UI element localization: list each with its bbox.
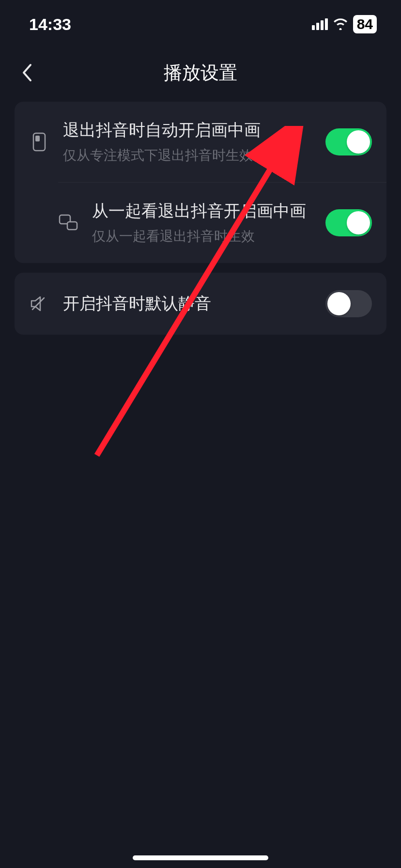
toggle-knob	[327, 292, 351, 315]
settings-group-mute: 开启抖音时默认静音	[15, 273, 386, 335]
setting-text: 开启抖音时默认静音	[63, 293, 312, 315]
back-button[interactable]	[15, 61, 39, 85]
home-indicator[interactable]	[133, 855, 268, 860]
page-title: 播放设置	[164, 61, 237, 85]
battery-indicator: 84	[353, 15, 377, 33]
wifi-icon	[333, 18, 348, 30]
setting-subtitle: 仅从专注模式下退出抖音时生效	[63, 146, 312, 165]
chevron-left-icon	[21, 63, 32, 82]
setting-title: 开启抖音时默认静音	[63, 293, 312, 315]
svg-rect-3	[67, 222, 77, 230]
multi-window-icon	[58, 214, 78, 232]
toggle-knob	[347, 130, 370, 154]
svg-rect-1	[35, 136, 40, 141]
settings-group-pip: 退出抖音时自动开启画中画 仅从专注模式下退出抖音时生效 从一起看退出抖音开启画中…	[15, 102, 386, 263]
status-time: 14:33	[29, 15, 71, 34]
status-right: 84	[312, 15, 377, 33]
toggle-knob	[347, 211, 370, 234]
cellular-signal-icon	[312, 18, 328, 30]
setting-row-pip-on-exit: 退出抖音时自动开启画中画 仅从专注模式下退出抖音时生效	[15, 102, 386, 182]
setting-text: 退出抖音时自动开启画中画 仅从专注模式下退出抖音时生效	[63, 119, 312, 165]
svg-line-4	[32, 298, 44, 310]
toggle-pip-watch-together[interactable]	[325, 209, 372, 236]
setting-title: 从一起看退出抖音开启画中画	[92, 200, 312, 222]
nav-bar: 播放设置	[0, 48, 401, 97]
setting-text: 从一起看退出抖音开启画中画 仅从一起看退出抖音时生效	[92, 200, 312, 246]
setting-row-default-mute: 开启抖音时默认静音	[15, 273, 386, 335]
toggle-pip-on-exit[interactable]	[325, 128, 372, 155]
setting-row-pip-watch-together: 从一起看退出抖音开启画中画 仅从一起看退出抖音时生效	[58, 182, 386, 263]
settings-content: 退出抖音时自动开启画中画 仅从专注模式下退出抖音时生效 从一起看退出抖音开启画中…	[0, 102, 401, 335]
mute-icon	[29, 295, 49, 312]
setting-title: 退出抖音时自动开启画中画	[63, 119, 312, 141]
status-bar: 14:33 84	[0, 0, 401, 48]
toggle-default-mute[interactable]	[325, 290, 372, 317]
setting-subtitle: 仅从一起看退出抖音时生效	[92, 227, 312, 246]
phone-pip-icon	[29, 132, 49, 152]
